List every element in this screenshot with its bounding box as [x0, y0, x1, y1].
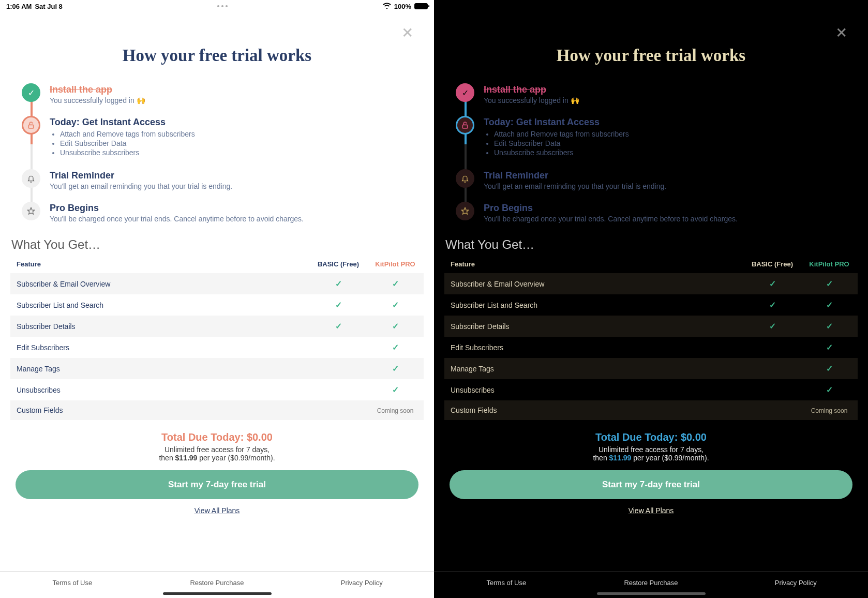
status-time: 1:06 AM: [6, 3, 32, 10]
check-icon: ✓: [392, 322, 399, 331]
basic-cell: ✓: [744, 316, 801, 337]
basic-cell: [310, 400, 367, 420]
table-row: Edit Subscribers✓: [10, 337, 424, 358]
table-row: Unsubscribes✓: [10, 379, 424, 400]
pro-cell: ✓: [367, 379, 424, 400]
feature-name: Custom Fields: [10, 400, 310, 420]
total-due: Total Due Today: $0.00: [444, 431, 858, 443]
svg-rect-0: [28, 125, 33, 128]
step-reminder-sub: You'll get an email reminding you that y…: [50, 182, 414, 190]
step-reminder-sub: You'll get an email reminding you that y…: [484, 182, 848, 190]
check-icon: ✓: [392, 343, 399, 352]
pricing-line2: then $11.99 per year ($0.99/month).: [10, 454, 424, 462]
pro-cell: ✓: [367, 316, 424, 337]
check-icon: ✓: [769, 301, 776, 309]
privacy-link[interactable]: Privacy Policy: [289, 572, 434, 598]
step-reminder-title: Trial Reminder: [484, 170, 848, 181]
check-icon: ✓: [335, 279, 342, 288]
check-icon: ✓: [335, 301, 342, 309]
check-icon: ✓: [392, 364, 399, 373]
basic-cell: ✓: [744, 294, 801, 316]
battery-pct: 100%: [394, 3, 411, 10]
pro-cell: ✓: [801, 337, 858, 358]
close-button[interactable]: ✕: [401, 26, 413, 40]
basic-cell: ✓: [744, 273, 801, 294]
basic-cell: ✓: [310, 294, 367, 316]
feature-name: Edit Subscribers: [444, 337, 744, 358]
check-icon: ✓: [22, 83, 40, 102]
step-install-sub: You successfully logged in 🙌: [484, 96, 848, 104]
close-button[interactable]: ✕: [835, 26, 847, 40]
svg-rect-2: [462, 125, 467, 128]
table-row: Subscriber List and Search✓✓: [444, 294, 858, 316]
col-feature: Feature: [10, 255, 310, 273]
view-all-plans-link[interactable]: View All Plans: [10, 506, 424, 515]
feature-name: Manage Tags: [10, 358, 310, 379]
step-pro-sub: You'll be charged once your trial ends. …: [484, 215, 848, 223]
svg-marker-1: [27, 207, 34, 214]
feature-name: Subscriber Details: [10, 316, 310, 337]
feature-tbody-light: Subscriber & Email Overview✓✓Subscriber …: [10, 273, 424, 420]
home-indicator[interactable]: [597, 592, 706, 595]
list-item: Edit Subscriber Data: [494, 139, 848, 147]
table-row: Manage Tags✓: [10, 358, 424, 379]
battery-icon: [414, 3, 428, 9]
step-reminder-title: Trial Reminder: [50, 170, 414, 181]
basic-cell: [310, 337, 367, 358]
table-row: Subscriber & Email Overview✓✓: [10, 273, 424, 294]
col-basic: BASIC (Free): [744, 255, 801, 273]
list-item: Attach and Remove tags from subscribers: [494, 130, 848, 138]
step-today-list: Attach and Remove tags from subscribers …: [50, 130, 414, 157]
pro-cell: ✓: [367, 273, 424, 294]
pro-cell: Coming soon: [367, 400, 424, 420]
step-today-list: Attach and Remove tags from subscribers …: [484, 130, 848, 157]
terms-link[interactable]: Terms of Use: [434, 572, 579, 598]
step-pro-title: Pro Begins: [484, 203, 848, 214]
page-title: How your free trial works: [444, 46, 858, 65]
pro-cell: ✓: [367, 337, 424, 358]
status-date: Sat Jul 8: [35, 3, 62, 10]
pro-cell: ✓: [801, 294, 858, 316]
page-title: How your free trial works: [10, 46, 424, 65]
list-item: Unsubscribe subscribers: [494, 148, 848, 157]
feature-name: Manage Tags: [444, 358, 744, 379]
step-today-title: Today: Get Instant Access: [50, 117, 414, 128]
table-row: Custom FieldsComing soon: [444, 400, 858, 420]
check-icon: ✓: [826, 343, 833, 352]
step-pro-sub: You'll be charged once your trial ends. …: [50, 215, 414, 223]
total-due: Total Due Today: $0.00: [10, 431, 424, 443]
view-all-plans-link[interactable]: View All Plans: [444, 506, 858, 515]
check-icon: ✓: [335, 322, 342, 331]
step-pro-title: Pro Begins: [50, 203, 414, 214]
feature-table: Feature BASIC (Free) KitPilot PRO Subscr…: [444, 255, 858, 420]
table-row: Subscriber Details✓✓: [444, 316, 858, 337]
what-you-get-heading: What You Get…: [10, 234, 424, 255]
basic-cell: ✓: [310, 316, 367, 337]
check-icon: ✓: [826, 385, 833, 394]
table-row: Subscriber & Email Overview✓✓: [444, 273, 858, 294]
bell-icon: [22, 169, 40, 188]
feature-name: Subscriber & Email Overview: [10, 273, 310, 294]
home-indicator[interactable]: [163, 592, 272, 595]
pro-cell: ✓: [367, 358, 424, 379]
basic-cell: [744, 400, 801, 420]
col-feature: Feature: [444, 255, 744, 273]
terms-link[interactable]: Terms of Use: [0, 572, 145, 598]
check-icon: ✓: [826, 322, 833, 331]
coming-soon-label: Coming soon: [377, 407, 414, 414]
unlock-icon: [456, 116, 474, 134]
pricing-block: Total Due Today: $0.00 Unlimited free ac…: [444, 431, 858, 462]
privacy-link[interactable]: Privacy Policy: [723, 572, 868, 598]
basic-cell: [744, 337, 801, 358]
check-icon: ✓: [826, 301, 833, 309]
step-install-title: Install the app: [484, 84, 848, 95]
feature-table: Feature BASIC (Free) KitPilot PRO Subscr…: [10, 255, 424, 420]
pro-cell: ✓: [801, 379, 858, 400]
star-icon: [456, 202, 474, 220]
pro-cell: Coming soon: [801, 400, 858, 420]
check-icon: ✓: [826, 364, 833, 373]
start-trial-button[interactable]: Start my 7-day free trial: [450, 470, 852, 499]
pro-cell: ✓: [801, 273, 858, 294]
step-today-title: Today: Get Instant Access: [484, 117, 848, 128]
start-trial-button[interactable]: Start my 7-day free trial: [16, 470, 418, 499]
